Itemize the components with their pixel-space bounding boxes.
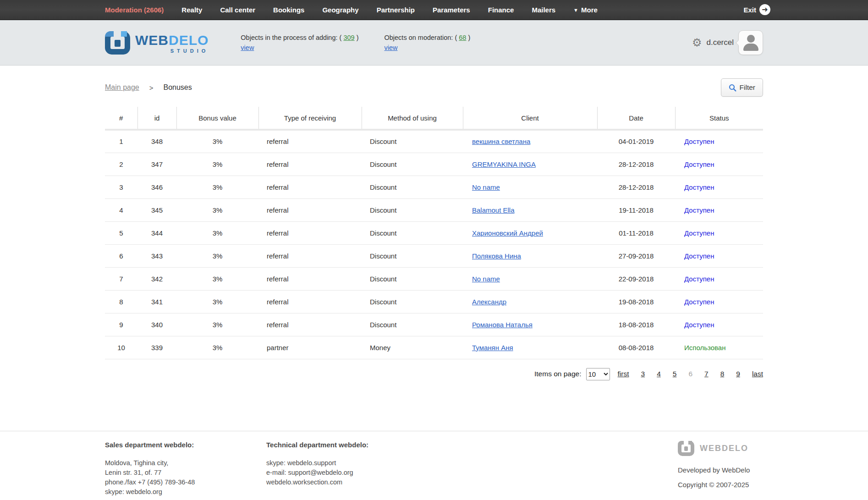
bonus-value-cell: 3% [176, 153, 258, 176]
date-cell: 27-09-2018 [597, 244, 675, 267]
footer-webdelo-logo: WEBDELO [678, 441, 763, 456]
table-row: 3 346 3% referral Discount No name 28-12… [105, 176, 763, 198]
bonus-id-cell: 348 [137, 130, 176, 153]
header-counters: Objects in the process of adding: ( 309 … [241, 33, 470, 53]
nav-item-finance[interactable]: Finance [488, 6, 514, 14]
type-of-receiving-cell: partner [258, 336, 362, 359]
bonus-value-cell: 3% [176, 244, 258, 267]
bonuses-table-header: # id Bonus value Type of receiving Metho… [105, 107, 763, 130]
breadcrumb-main-page-link[interactable]: Main page [105, 83, 139, 92]
footer-sales-department: Sales department webdelo: Moldova, Tighi… [105, 441, 266, 497]
client-link[interactable]: No name [472, 275, 500, 283]
row-number-cell: 6 [105, 244, 137, 267]
page-links: first3456789last [618, 370, 763, 378]
chevron-down-icon: ▼ [573, 7, 578, 13]
nav-item-more[interactable]: ▼More [573, 6, 598, 14]
client-link[interactable]: векшина светлана [472, 137, 530, 145]
page-link-3[interactable]: 3 [641, 370, 645, 378]
status-badge: Доступен [684, 160, 714, 168]
client-link[interactable]: GREMYAKINA INGA [472, 160, 536, 168]
bonus-value-cell: 3% [176, 198, 258, 221]
nav-item-geography[interactable]: Geography [322, 6, 358, 14]
page-link-first[interactable]: first [618, 370, 629, 378]
footer: Sales department webdelo: Moldova, Tighi… [0, 431, 868, 497]
nav-item-realty[interactable]: Realty [181, 6, 202, 14]
webdelo-logo[interactable]: WEBDELO STUDIO [105, 31, 209, 55]
row-number-cell: 10 [105, 336, 137, 359]
nav-item-call-center[interactable]: Call center [220, 6, 255, 14]
footer-line: Moldova, Tighina city, [105, 458, 266, 468]
status-badge: Доступен [684, 298, 714, 306]
bonus-value-cell: 3% [176, 130, 258, 153]
client-link[interactable]: Александр [472, 298, 506, 306]
nav-items-container: Moderation (2606)RealtyCall centerBookin… [105, 6, 615, 14]
column-header-method: Method of using [362, 107, 463, 130]
nav-item-moderation-2606-[interactable]: Moderation (2606) [105, 6, 164, 14]
status-badge: Использован [684, 344, 725, 352]
objects-adding-text: Objects in the process of adding: [241, 34, 337, 41]
page-link-8[interactable]: 8 [720, 370, 725, 378]
gear-icon[interactable]: ⚙ [692, 37, 702, 48]
avatar[interactable] [738, 30, 763, 55]
date-cell: 19-11-2018 [597, 198, 675, 221]
date-cell: 28-12-2018 [597, 176, 675, 198]
page-link-last[interactable]: last [752, 370, 763, 378]
exit-button[interactable]: Exit ➜ [743, 4, 770, 15]
status-badge: Доступен [684, 275, 714, 283]
table-row: 10 339 3% partner Money Туманян Аня 08-0… [105, 336, 763, 359]
objects-moderation-view-link[interactable]: view [384, 43, 397, 53]
breadcrumb: Main page > Bonuses Filter [105, 78, 763, 97]
client-link[interactable]: Balamout Ella [472, 206, 515, 214]
status-badge: Доступен [684, 137, 714, 145]
bonus-value-cell: 3% [176, 176, 258, 198]
page-link-7[interactable]: 7 [704, 370, 709, 378]
type-of-receiving-cell: referral [258, 267, 362, 290]
date-cell: 22-09-2018 [597, 267, 675, 290]
technical-department-title: Technical department webdelo: [266, 441, 368, 449]
footer-line: phone./fax +7 (495) 789-36-48 [105, 478, 266, 487]
date-cell: 19-08-2018 [597, 290, 675, 313]
filter-button[interactable]: Filter [721, 78, 763, 97]
date-cell: 04-01-2019 [597, 130, 675, 153]
page-link-9[interactable]: 9 [736, 370, 740, 378]
bonus-id-cell: 343 [137, 244, 176, 267]
technical-department-lines: skype: webdelo.supporte-mail: support@we… [266, 458, 368, 487]
objects-adding-view-link[interactable]: view [241, 43, 254, 53]
header-band: WEBDELO STUDIO Objects in the process of… [0, 20, 868, 66]
nav-item-mailers[interactable]: Mailers [532, 6, 555, 14]
table-row: 1 348 3% referral Discount векшина светл… [105, 130, 763, 153]
nav-item-parameters[interactable]: Parameters [433, 6, 470, 14]
objects-adding-count-link[interactable]: 309 [343, 34, 354, 41]
client-link[interactable]: Романова Наталья [472, 321, 533, 329]
objects-moderation-count-link[interactable]: 68 [459, 34, 466, 41]
client-link[interactable]: No name [472, 183, 500, 191]
page-link-5[interactable]: 5 [673, 370, 677, 378]
table-row: 6 343 3% referral Discount Полякова Нина… [105, 244, 763, 267]
row-number-cell: 8 [105, 290, 137, 313]
bonus-id-cell: 345 [137, 198, 176, 221]
method-of-using-cell: Discount [362, 198, 463, 221]
username-label: d.cercel [706, 38, 734, 47]
bonuses-table-body: 1 348 3% referral Discount векшина светл… [105, 130, 763, 359]
items-per-page-select[interactable]: 10 [586, 368, 610, 380]
date-cell: 08-08-2018 [597, 336, 675, 359]
nav-item-bookings[interactable]: Bookings [273, 6, 304, 14]
bonus-value-cell: 3% [176, 221, 258, 244]
table-row: 7 342 3% referral Discount No name 22-09… [105, 267, 763, 290]
bonus-id-cell: 347 [137, 153, 176, 176]
main-content: Main page > Bonuses Filter # id Bonus va… [105, 66, 763, 380]
date-cell: 18-08-2018 [597, 313, 675, 336]
footer-line: skype: webdelo.support [266, 458, 368, 468]
client-link[interactable]: Туманян Аня [472, 344, 513, 352]
client-link[interactable]: Полякова Нина [472, 252, 521, 260]
client-link[interactable]: Харионовский Андрей [472, 229, 543, 237]
type-of-receiving-cell: referral [258, 176, 362, 198]
bonuses-table: # id Bonus value Type of receiving Metho… [105, 107, 763, 359]
nav-item-partnership[interactable]: Partnership [377, 6, 415, 14]
page-link-4[interactable]: 4 [657, 370, 661, 378]
footer-technical-department: Technical department webdelo: skype: web… [266, 441, 368, 497]
table-row: 9 340 3% referral Discount Романова Ната… [105, 313, 763, 336]
footer-brand: WEBDELO Developed by WebDelo Copyright ©… [678, 441, 763, 497]
webdelo-wordmark: WEBDELO STUDIO [135, 33, 209, 55]
status-badge: Доступен [684, 206, 714, 214]
